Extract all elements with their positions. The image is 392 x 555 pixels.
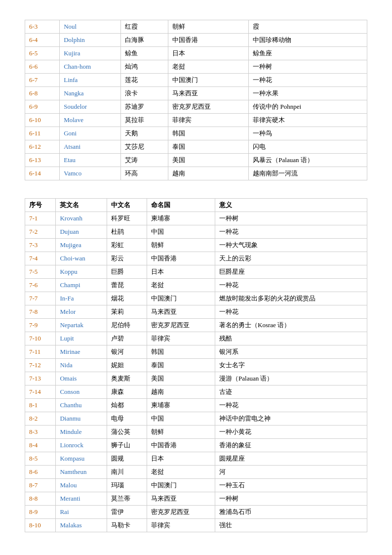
table-row: 8-1Chanthu灿都柬埔寨一种花	[25, 399, 367, 412]
table-row: 7-11Mirinae银河韩国银河系	[25, 345, 367, 359]
table-header-row: 序号英文名中文名命名国意义	[25, 199, 367, 212]
table-row: 8-3Mindule蒲公英朝鲜一种小黄花	[25, 426, 367, 439]
table-row: 7-3Mujigea彩虹朝鲜一种大气现象	[25, 239, 367, 252]
table-row: 7-13Omais奥麦斯美国漫游（Palauan 语）	[25, 372, 367, 385]
table-row: 6-7Linfa莲花中国澳门一种花	[25, 74, 367, 87]
table-row: 7-7In-Fa烟花中国澳门燃放时能发出多彩的火花的观赏品	[25, 292, 367, 305]
table-row: 8-5Kompasu圆规日本圆规星座	[25, 452, 367, 466]
table-row: 6-4Dolphin白海豚中国香港中国珍稀动物	[25, 34, 367, 47]
table-section-2: 序号英文名中文名命名国意义7-1Krovanh科罗旺柬埔寨一种树7-2Dujua…	[25, 198, 367, 532]
table-row: 6-13Etau艾涛美国风暴云（Palauan 语）	[25, 154, 367, 167]
table-row: 6-6Chan-hom灿鸿老挝一种树	[25, 60, 367, 74]
table-row: 8-10Malakas马勒卡菲律宾强壮	[25, 519, 367, 532]
table-row: 8-2Dianmu电母中国神话中的雷电之神	[25, 412, 367, 426]
table-row: 8-9Rai雷伊密克罗尼西亚雅浦岛石币	[25, 506, 367, 519]
table-row: 8-8Meranti莫兰蒂马来西亚一种树	[25, 492, 367, 506]
table-row: 6-14Vamco环高越南越南南部一河流	[25, 167, 367, 180]
table-row: 6-11Goni天鹅韩国一种鸟	[25, 127, 367, 140]
table-row: 7-2Dujuan杜鹃中国一种花	[25, 225, 367, 239]
table-row: 6-8Nangka浪卡马来西亚一种水果	[25, 87, 367, 100]
table-row: 7-8Melor茉莉马来西亚一种花	[25, 305, 367, 319]
table-row: 6-3Noul红霞朝鲜霞	[25, 20, 367, 34]
table-row: 7-9Nepartak尼伯特密克罗尼西亚著名的勇士（Kosrae 语）	[25, 319, 367, 332]
table-row: 7-4Choi-wan彩云中国香港天上的云彩	[25, 252, 367, 265]
table-row: 7-10Lupit卢碧菲律宾残酷	[25, 332, 367, 345]
table-row: 6-9Soudelor苏迪罗密克罗尼西亚传说中的 Pohnpei	[25, 100, 367, 114]
table-row: 7-12Nida妮妲泰国女士名字	[25, 359, 367, 372]
table-row: 6-12Atsani艾莎尼泰国闪电	[25, 140, 367, 154]
table-row: 7-14Conson康森越南古迹	[25, 385, 367, 399]
table-row: 8-6Namtheun南川老挝河	[25, 466, 367, 479]
table-row: 6-5Kujira鲸鱼日本鲸鱼座	[25, 47, 367, 60]
table-row: 6-10Molave莫拉菲菲律宾菲律宾硬木	[25, 114, 367, 127]
table-row: 7-6Champi蕾琵老挝一种花	[25, 279, 367, 292]
table-section-1: 6-3Noul红霞朝鲜霞6-4Dolphin白海豚中国香港中国珍稀动物6-5Ku…	[25, 20, 367, 180]
table-row: 8-4Lionrock狮子山中国香港香港的象征	[25, 439, 367, 452]
table-row: 7-5Koppu巨爵日本巨爵星座	[25, 265, 367, 279]
table-row: 8-7Malou玛瑙中国澳门一种玉石	[25, 479, 367, 492]
table-row: 7-1Krovanh科罗旺柬埔寨一种树	[25, 212, 367, 225]
